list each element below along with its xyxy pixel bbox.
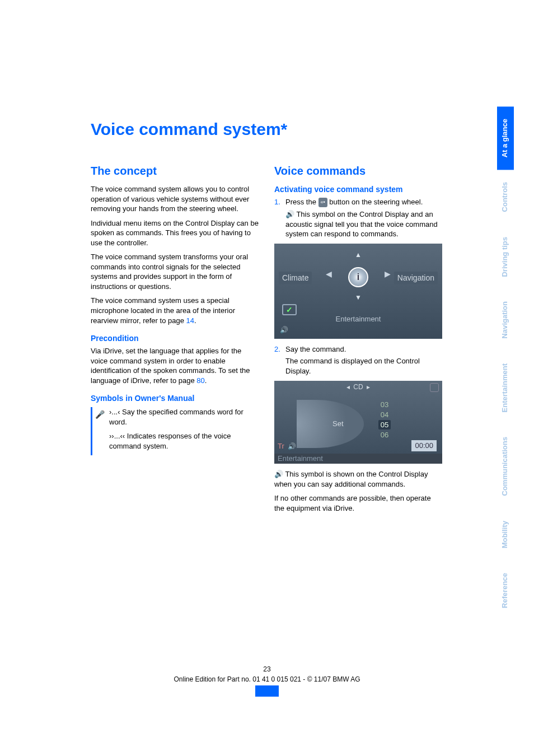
cd-track-03: 03 bbox=[378, 400, 391, 410]
speaker-prompt-icon: 🔊 bbox=[285, 209, 294, 220]
page-number: 23 bbox=[0, 664, 534, 674]
concept-p4: The voice command system uses a special … bbox=[91, 296, 259, 325]
menu-arrow-right-icon: ▶ bbox=[385, 269, 391, 279]
cd-corner-icon bbox=[430, 383, 439, 392]
heading-precondition: Precondition bbox=[91, 333, 259, 344]
page-footer: 23 Online Edition for Part no. 01 41 0 0… bbox=[0, 664, 534, 684]
symbol-block: 🎤 ›...‹ Say the specified commands word … bbox=[91, 407, 259, 455]
cd-bottom-label: Entertainment bbox=[274, 454, 442, 464]
concept-p4-text: The voice command system uses a special … bbox=[91, 296, 235, 324]
control-display-menu: ▲ ◀ i ▶ ▼ Climate Navigation ✓ Entertain… bbox=[274, 244, 442, 339]
tab-navigation[interactable]: Navigation bbox=[497, 289, 514, 351]
step-2a: Say the command. bbox=[285, 345, 346, 353]
cd-left-arrow-icon: ◂ bbox=[346, 382, 350, 391]
heading-activating: Activating voice command system bbox=[274, 184, 442, 195]
menu-navigation-label: Navigation bbox=[394, 272, 438, 284]
cd-track-05: 05 bbox=[378, 420, 391, 430]
menu-arrow-left-icon: ◀ bbox=[326, 269, 332, 279]
tab-at-a-glance[interactable]: At a glance bbox=[497, 106, 514, 170]
step-2b: The command is displayed on the Control … bbox=[285, 356, 442, 376]
symbol-response: ››...‹‹ Indicates responses of the voice… bbox=[109, 431, 259, 451]
page-ref-14[interactable]: 14 bbox=[186, 316, 194, 325]
cd-time: 00:00 bbox=[411, 440, 437, 451]
microphone-icon: 🎤 bbox=[95, 408, 105, 421]
after-text-2: If no other commands are possible, then … bbox=[274, 493, 442, 513]
tab-reference[interactable]: Reference bbox=[497, 561, 514, 620]
page-title: Voice command system* bbox=[91, 120, 443, 139]
menu-center-icon: i bbox=[348, 267, 368, 287]
heading-the-concept: The concept bbox=[91, 164, 259, 179]
heading-voice-commands: Voice commands bbox=[274, 164, 442, 179]
cd-dial bbox=[297, 400, 364, 448]
cd-right-arrow-icon: ▸ bbox=[367, 382, 370, 391]
left-column: The concept The voice command system all… bbox=[91, 164, 259, 518]
side-tab-strip: At a glance Controls Driving tips Naviga… bbox=[497, 106, 514, 620]
tab-entertainment[interactable]: Entertainment bbox=[497, 351, 514, 424]
symbol-say-command: ›...‹ Say the specified commands word fo… bbox=[109, 407, 259, 427]
cd-tr-label: Tr bbox=[278, 441, 284, 451]
voice-button-icon: «• bbox=[318, 198, 327, 207]
menu-climate-label: Climate bbox=[279, 272, 312, 284]
cd-speaker-icon: 🔊 bbox=[288, 442, 296, 451]
step-1-sub: This symbol on the Control Display and a… bbox=[285, 210, 438, 239]
confirm-check-icon: ✓ bbox=[282, 304, 297, 315]
control-display-cd: ◂ CD ▸ Set 03 04 05 06 Tr 🔊 00:00 Entert… bbox=[274, 381, 442, 464]
cd-track-06: 06 bbox=[378, 430, 391, 440]
right-column: Voice commands Activating voice command … bbox=[274, 164, 442, 518]
concept-p3: The voice command system transforms your… bbox=[91, 252, 259, 291]
precondition-text: Via iDrive, set the language that applie… bbox=[91, 346, 259, 385]
tab-driving-tips[interactable]: Driving tips bbox=[497, 225, 514, 290]
after-text-1: 🔊 This symbol is shown on the Control Di… bbox=[274, 469, 442, 489]
chevron-up-icon: ▲ bbox=[355, 250, 362, 259]
chevron-down-icon: ▼ bbox=[355, 293, 362, 302]
step-2: Say the command. The command is displaye… bbox=[274, 344, 442, 376]
heading-symbols: Symbols in Owner's Manual bbox=[91, 393, 259, 404]
cd-track-04: 04 bbox=[378, 410, 391, 420]
cd-title: CD bbox=[353, 382, 363, 391]
tab-controls[interactable]: Controls bbox=[497, 170, 514, 224]
page-marker bbox=[255, 685, 279, 697]
concept-p1: The voice command system allows you to c… bbox=[91, 184, 259, 214]
footer-line: Online Edition for Part no. 01 41 0 015 … bbox=[0, 674, 534, 684]
step-1: Press the «• button on the steering whee… bbox=[274, 197, 442, 239]
tab-communications[interactable]: Communications bbox=[497, 424, 514, 508]
concept-p2: Individual menu items on the Control Dis… bbox=[91, 218, 259, 248]
cd-set-label: Set bbox=[332, 419, 344, 429]
speaker-prompt-icon-2: 🔊 bbox=[274, 469, 283, 479]
menu-entertainment-label: Entertainment bbox=[336, 314, 381, 324]
tab-mobility[interactable]: Mobility bbox=[497, 508, 514, 561]
speaker-status-icon: 🔊 bbox=[280, 325, 288, 334]
page-ref-80[interactable]: 80 bbox=[196, 376, 204, 385]
